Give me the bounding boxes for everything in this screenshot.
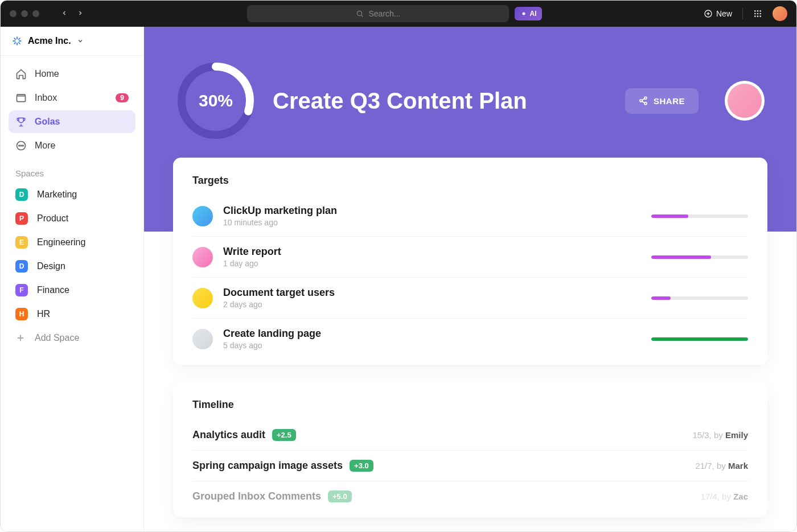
space-label: Design (37, 261, 65, 271)
target-meta: 1 day ago (223, 259, 641, 268)
target-title: ClickUp marketing plan (223, 205, 641, 217)
apps-menu[interactable] (753, 9, 762, 18)
target-progress (651, 337, 748, 341)
svg-point-18 (644, 97, 647, 99)
space-avatar: F (15, 284, 28, 296)
forward-button[interactable] (77, 9, 84, 19)
ai-button[interactable]: AI (515, 7, 542, 20)
targets-card: Targets ClickUp marketing plan 10 minute… (173, 158, 767, 365)
timeline-meta: 21/7, by Mark (695, 461, 748, 471)
svg-point-4 (757, 10, 759, 12)
ai-icon (520, 10, 527, 17)
svg-point-19 (640, 100, 642, 102)
nav-item-goals[interactable]: Golas (9, 110, 135, 133)
svg-point-11 (759, 15, 761, 17)
space-item[interactable]: F Finance (1, 278, 143, 302)
nav-item-home[interactable]: Home (9, 63, 135, 85)
target-row[interactable]: Create landing page 5 days ago (192, 319, 748, 359)
svg-point-0 (358, 11, 362, 15)
svg-point-5 (759, 10, 761, 12)
target-row[interactable]: Document target users 2 days ago (192, 278, 748, 319)
space-label: HR (37, 309, 50, 319)
space-avatar: D (15, 188, 28, 201)
svg-point-10 (757, 15, 759, 17)
timeline-row[interactable]: Grouped Inbox Comments +5.0 17/4, by Zac (192, 481, 748, 512)
window-maximize[interactable] (32, 10, 39, 17)
back-button[interactable] (61, 9, 68, 19)
nav-item-label: More (35, 141, 55, 151)
add-space-label: Add Space (35, 333, 79, 343)
timeline-row[interactable]: Analytics audit +2.5 15/3, by Emily (192, 420, 748, 451)
new-label: New (716, 9, 732, 18)
space-item[interactable]: D Design (1, 254, 143, 278)
target-row[interactable]: ClickUp marketing plan 10 minutes ago (192, 196, 748, 237)
target-progress (651, 296, 748, 300)
page-title: Create Q3 Content Plan (273, 88, 608, 114)
window-minimize[interactable] (21, 10, 28, 17)
user-avatar[interactable] (773, 6, 787, 21)
nav-item-more[interactable]: More (9, 134, 135, 157)
trophy-icon (15, 116, 27, 127)
spaces-heading: Spaces (1, 158, 143, 183)
target-title: Create landing page (223, 328, 641, 340)
space-item[interactable]: D Marketing (1, 183, 143, 207)
search-input[interactable]: Search... (247, 5, 509, 22)
add-space-button[interactable]: Add Space (1, 326, 143, 350)
space-item[interactable]: H HR (1, 302, 143, 326)
target-progress (651, 215, 748, 218)
target-avatar (192, 288, 213, 308)
timeline-title: Spring campaign image assets (192, 460, 343, 472)
timeline-row[interactable]: Spring campaign image assets +3.0 21/7, … (192, 451, 748, 481)
share-label: SHARE (654, 96, 685, 106)
svg-point-8 (759, 13, 761, 15)
timeline-meta: 17/4, by Zac (701, 492, 748, 501)
targets-heading: Targets (192, 175, 748, 187)
svg-point-20 (644, 102, 647, 105)
timeline-title: Analytics audit (192, 429, 265, 441)
target-avatar (192, 206, 213, 226)
nav-item-label: Home (35, 69, 59, 79)
space-label: Finance (37, 285, 69, 295)
target-meta: 10 minutes ago (223, 218, 641, 227)
new-button[interactable]: New (704, 9, 732, 18)
timeline-delta-badge: +3.0 (350, 460, 373, 472)
window-close[interactable] (10, 10, 17, 17)
timeline-delta-badge: +2.5 (272, 429, 296, 441)
share-icon (639, 96, 648, 105)
space-item[interactable]: P Product (1, 207, 143, 230)
home-icon (15, 68, 27, 80)
nav-item-inbox[interactable]: Inbox 9 (9, 86, 135, 109)
nav-item-label: Inbox (35, 93, 57, 103)
plus-circle-icon (704, 9, 713, 18)
target-avatar (192, 329, 213, 349)
target-progress (651, 255, 748, 259)
target-title: Write report (223, 246, 641, 258)
timeline-delta-badge: +5.0 (328, 490, 352, 502)
timeline-title: Grouped Inbox Comments (192, 490, 321, 502)
target-title: Document target users (223, 287, 641, 299)
goal-progress-ring: 30% (176, 61, 256, 141)
svg-point-3 (754, 10, 756, 12)
divider (742, 8, 743, 19)
target-meta: 2 days ago (223, 300, 641, 309)
space-item[interactable]: E Engineering (1, 230, 143, 254)
workspace-name: Acme Inc. (28, 36, 71, 46)
goal-owner-avatar[interactable] (725, 81, 765, 121)
inbox-icon (15, 92, 27, 104)
svg-point-15 (23, 145, 24, 146)
titlebar: Search... AI New (1, 1, 796, 27)
goal-percent: 30% (176, 61, 256, 141)
plus-icon (15, 333, 26, 343)
space-label: Marketing (37, 189, 77, 200)
timeline-heading: Timeline (192, 399, 748, 411)
space-label: Product (37, 213, 68, 224)
svg-point-7 (757, 13, 759, 15)
svg-point-6 (754, 13, 756, 15)
share-button[interactable]: SHARE (625, 88, 699, 114)
workspace-logo-icon (12, 36, 22, 46)
main-content: 30% Create Q3 Content Plan SHARE Targets… (144, 27, 796, 531)
search-placeholder: Search... (368, 9, 400, 18)
target-row[interactable]: Write report 1 day ago (192, 237, 748, 278)
svg-point-1 (523, 13, 525, 15)
workspace-switcher[interactable]: Acme Inc. (1, 27, 143, 56)
